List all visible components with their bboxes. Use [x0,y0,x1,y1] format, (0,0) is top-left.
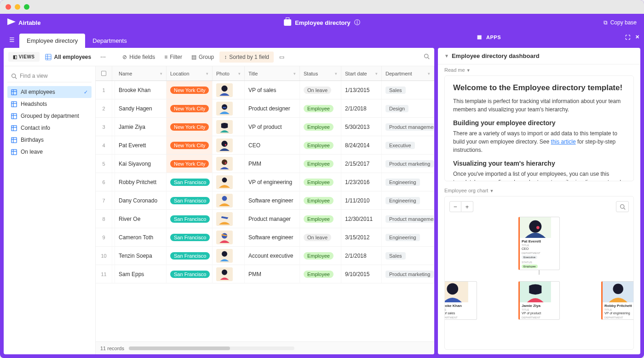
cell-department[interactable]: Engineering [382,173,434,191]
cell-photo[interactable] [213,81,245,99]
cell-name[interactable]: Cameron Toth [115,228,167,246]
find-view-input[interactable]: Find a view [7,70,92,82]
tab-departments[interactable]: Departments [85,34,134,48]
view-more-icon[interactable]: ⋯ [97,52,109,63]
cell-department[interactable]: Engineering [382,228,434,246]
cell-photo[interactable] [213,210,245,228]
table-row[interactable]: 8 River Oe San Francisco Product manager… [96,210,434,228]
cell-status[interactable]: Employee [300,118,341,136]
cell-start-date[interactable]: 2/1/2018 [341,99,382,117]
sidebar-view-item[interactable]: Birthdays [7,134,92,146]
column-department[interactable]: Department▾ [382,66,434,81]
sidebar-view-item[interactable]: On leave [7,146,92,158]
cell-location[interactable]: San Francisco [167,265,213,283]
cell-photo[interactable] [213,99,245,117]
cell-status[interactable]: Employee [300,136,341,154]
cell-department[interactable]: Sales [382,247,434,265]
column-photo[interactable]: Photo▾ [213,66,245,81]
cell-photo[interactable] [213,191,245,209]
cell-photo[interactable] [213,247,245,265]
readme-label[interactable]: Read me [444,67,465,73]
filter-button[interactable]: ≡Filter [161,52,186,63]
cell-location[interactable]: New York City [167,155,213,173]
sidebar-view-item[interactable]: Headshots [7,98,92,110]
cell-name[interactable]: Sandy Hagen [115,99,167,117]
column-location[interactable]: Location▾ [167,66,213,81]
table-row[interactable]: 9 Cameron Toth San Francisco Software en… [96,228,434,247]
org-node-child[interactable]: Robby Pritchett TITLE VP of engineering … [601,281,634,320]
table-row[interactable]: 5 Kai Siyavong New York City PMM Employe… [96,155,434,173]
brand[interactable]: Airtable [7,18,40,27]
cell-name[interactable]: Kai Siyavong [115,155,167,173]
menu-icon[interactable]: ☰ [5,36,19,43]
org-node-child[interactable]: Brooke Khan TITLE VP of sales DEPARTMENT [444,281,477,320]
cell-title[interactable]: VP of engineering [245,173,300,191]
cell-location[interactable]: New York City [167,99,213,117]
cell-start-date[interactable]: 3/15/2012 [341,228,382,246]
table-row[interactable]: 11 Sam Epps San Francisco PMM Employee 9… [96,265,434,283]
org-chart-app[interactable]: − + Pat Everett TITLE CEO DEPARTMENT Exe… [444,196,634,350]
info-icon[interactable]: ⓘ [354,18,360,27]
cell-status[interactable]: Employee [300,155,341,173]
cell-location[interactable]: San Francisco [167,210,213,228]
cell-title[interactable]: PMM [245,155,300,173]
cell-location[interactable]: San Francisco [167,191,213,209]
cell-status[interactable]: On leave [300,81,341,99]
org-node-root[interactable]: Pat Everett TITLE CEO DEPARTMENT Executi… [518,217,560,270]
expand-apps-icon[interactable]: ⛶ [625,35,631,40]
minimize-window[interactable] [15,4,20,10]
cell-start-date[interactable]: 9/10/2015 [341,265,382,283]
hide-fields-button[interactable]: ⊘Hide fields [119,52,159,63]
cell-status[interactable]: Employee [300,247,341,265]
cell-name[interactable]: Sam Epps [115,265,167,283]
cell-start-date[interactable]: 1/11/2010 [341,191,382,209]
cell-location[interactable]: San Francisco [167,228,213,246]
table-row[interactable]: 4 Pat Everett New York City CEO Employee… [96,136,434,155]
table-row[interactable]: 6 Robby Pritchett San Francisco VP of en… [96,173,434,191]
cell-department[interactable]: Product management [382,118,434,136]
column-title[interactable]: Title▾ [245,66,300,81]
cell-status[interactable]: Employee [300,99,341,117]
cell-department[interactable]: Sales [382,81,434,99]
table-row[interactable]: 7 Dany Coronado San Francisco Software e… [96,191,434,210]
cell-status[interactable]: Employee [300,210,341,228]
cell-title[interactable]: VP of sales [245,81,300,99]
cell-location[interactable]: New York City [167,136,213,154]
cell-photo[interactable] [213,136,245,154]
views-toggle[interactable]: ◧ VIEWS [8,52,40,62]
cell-department[interactable]: Product management [382,210,434,228]
cell-photo[interactable] [213,155,245,173]
column-status[interactable]: Status▾ [300,66,341,81]
org-search-icon[interactable] [616,201,629,212]
group-button[interactable]: ▤Group [188,52,218,63]
cell-status[interactable]: On leave [300,228,341,246]
cell-name[interactable]: Robby Pritchett [115,173,167,191]
cell-title[interactable]: Product manager [245,210,300,228]
cell-title[interactable]: PMM [245,265,300,283]
cell-title[interactable]: CEO [245,136,300,154]
cell-name[interactable]: Jamie Ziya [115,118,167,136]
cell-photo[interactable] [213,228,245,246]
cell-name[interactable]: River Oe [115,210,167,228]
cell-name[interactable]: Dany Coronado [115,191,167,209]
cell-department[interactable]: Executive [382,136,434,154]
base-title[interactable]: Employee directory ⓘ [284,18,360,27]
close-apps-icon[interactable]: ✕ [635,34,640,40]
cell-photo[interactable] [213,173,245,191]
cell-title[interactable]: Product designer [245,99,300,117]
column-start-date[interactable]: Start date▾ [341,66,382,81]
cell-name[interactable]: Tenzin Soepa [115,247,167,265]
cell-location[interactable]: New York City [167,118,213,136]
sidebar-view-item[interactable]: Contact info [7,122,92,134]
search-icon[interactable] [424,53,430,61]
cell-location[interactable]: New York City [167,81,213,99]
cell-location[interactable]: San Francisco [167,173,213,191]
maximize-window[interactable] [24,4,29,10]
cell-title[interactable]: Account executive [245,247,300,265]
cell-department[interactable]: Product marketing [382,265,434,283]
org-node-child[interactable]: Jamie Ziya TITLE VP of product DEPARTMEN… [518,281,560,320]
sidebar-view-item[interactable]: Grouped by department [7,110,92,122]
cell-department[interactable]: Engineering [382,191,434,209]
cell-status[interactable]: Employee [300,173,341,191]
table-row[interactable]: 2 Sandy Hagen New York City Product desi… [96,99,434,118]
